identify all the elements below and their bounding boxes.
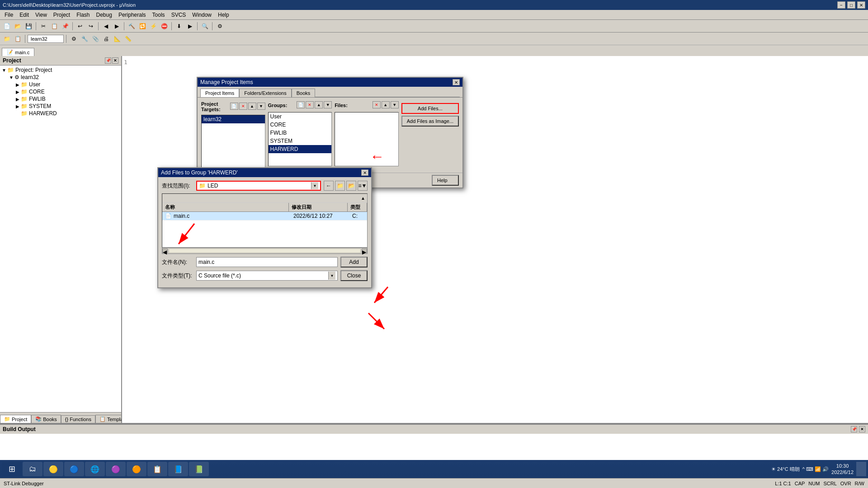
col-type-header[interactable]: 类型 xyxy=(348,203,367,211)
undo-btn[interactable]: ↩ xyxy=(75,21,85,31)
scroll-thumb[interactable] xyxy=(169,249,361,253)
t2-btn5[interactable]: 📎 xyxy=(90,34,100,44)
menu-help[interactable]: Help xyxy=(215,11,232,19)
maximize-btn[interactable]: □ xyxy=(847,1,855,9)
targets-dn-btn[interactable]: ▼ xyxy=(257,103,265,110)
targets-del-btn[interactable]: ✕ xyxy=(239,103,247,110)
open-btn[interactable]: 📂 xyxy=(13,21,23,31)
t2-btn4[interactable]: 🔧 xyxy=(80,34,90,44)
dialog-tab-project-items[interactable]: Project Items xyxy=(200,89,239,97)
sidebar-pin-btn[interactable]: 📌 xyxy=(105,57,111,64)
taskbar-app-app6[interactable]: 📗 xyxy=(189,462,209,476)
t2-btn1[interactable]: 📁 xyxy=(2,34,12,44)
menu-project[interactable]: Project xyxy=(51,11,73,19)
paste-btn[interactable]: 📌 xyxy=(60,21,70,31)
build-all-btn[interactable]: ⚡ xyxy=(148,21,158,31)
target-item-learn32[interactable]: learn32 xyxy=(202,115,265,123)
taskbar-app-edge[interactable]: 🌐 xyxy=(85,462,105,476)
tree-user[interactable]: ▶ 📁 User xyxy=(1,81,120,88)
tree-core[interactable]: ▶ 📁 CORE xyxy=(1,88,120,95)
groups-up-btn[interactable]: ▲ xyxy=(315,101,323,108)
menu-window[interactable]: Window xyxy=(189,11,214,19)
taskbar-app-yellow[interactable]: 🟡 xyxy=(43,462,63,476)
tree-system[interactable]: ▶ 📁 SYSTEM xyxy=(1,103,120,110)
groups-dn-btn[interactable]: ▼ xyxy=(324,101,332,108)
t2-btn3[interactable]: ⚙ xyxy=(69,34,79,44)
build-output-close-btn[interactable]: ✕ xyxy=(859,426,865,432)
h-scrollbar[interactable]: ◀ ▶ xyxy=(162,248,368,254)
minimize-btn[interactable]: − xyxy=(837,1,845,9)
menu-svcs[interactable]: SVCS xyxy=(169,11,189,19)
files-up-btn[interactable]: ▲ xyxy=(382,101,390,108)
help-btn[interactable]: Help xyxy=(432,175,459,186)
close-btn[interactable]: ✕ xyxy=(857,1,865,9)
sidebar-tab-books[interactable]: 📚 Books xyxy=(31,415,61,423)
add-files-as-image-btn[interactable]: Add Files as Image... xyxy=(401,116,459,127)
cut-btn[interactable]: ✂ xyxy=(38,21,48,31)
group-item-harwerd[interactable]: HARWERD xyxy=(269,145,332,153)
taskbar-app-app4[interactable]: 📋 xyxy=(147,462,167,476)
t2-btn2[interactable]: 📋 xyxy=(13,34,23,44)
sidebar-tab-functions[interactable]: {} Functions xyxy=(61,415,95,423)
menu-file[interactable]: File xyxy=(2,11,16,19)
show-desktop-btn[interactable] xyxy=(856,462,866,476)
nav-new-folder-btn[interactable]: 📂 xyxy=(346,181,356,191)
sidebar-tab-templates[interactable]: 📋 Templates xyxy=(95,415,122,423)
tree-project[interactable]: ▼ 📁 Project: Project xyxy=(1,66,120,74)
redo-btn[interactable]: ↪ xyxy=(86,21,96,31)
groups-del-btn[interactable]: ✕ xyxy=(306,101,314,108)
targets-up-btn[interactable]: ▲ xyxy=(248,103,256,110)
tree-harwerd[interactable]: 📁 HARWERD xyxy=(1,110,120,117)
taskbar-app-file-explorer[interactable]: 🗂 xyxy=(23,462,42,476)
settings-btn[interactable]: ⚙ xyxy=(215,21,225,31)
build-btn[interactable]: 🔨 xyxy=(127,21,137,31)
file-row-main-c[interactable]: 📄 main.c 2022/6/12 10:27 C: xyxy=(162,212,367,221)
tab-main-c[interactable]: 📝 main.c xyxy=(2,48,34,56)
add-dialog-btn[interactable]: Add xyxy=(340,257,368,267)
dialog-manage-close-btn[interactable]: ✕ xyxy=(453,79,460,85)
group-item-fwlib[interactable]: FWLIB xyxy=(269,129,332,137)
scroll-right-btn[interactable]: ▶ xyxy=(362,249,367,253)
download-btn[interactable]: ⬇ xyxy=(174,21,184,31)
menu-tools[interactable]: Tools xyxy=(150,11,168,19)
new-file-btn[interactable]: 📄 xyxy=(2,21,12,31)
menu-edit[interactable]: Edit xyxy=(17,11,32,19)
taskbar-app-app3[interactable]: 🟠 xyxy=(127,462,146,476)
dialog-tab-books[interactable]: Books xyxy=(292,89,316,97)
groups-new-btn[interactable]: 📄 xyxy=(297,101,305,108)
taskbar-app-app5[interactable]: 📘 xyxy=(168,462,188,476)
rebuild-btn[interactable]: 🔁 xyxy=(137,21,147,31)
tree-fwlib[interactable]: ▶ 📁 FWLIB xyxy=(1,95,120,103)
menu-view[interactable]: View xyxy=(33,11,50,19)
nav-back-btn[interactable]: ← xyxy=(324,181,334,191)
taskbar-app-app1[interactable]: 🔵 xyxy=(64,462,84,476)
filename-input[interactable] xyxy=(196,257,338,267)
col-name-header[interactable]: 名称 xyxy=(162,203,289,211)
target-name[interactable]: learn32 xyxy=(28,35,64,43)
targets-new-btn[interactable]: 📄 xyxy=(230,103,238,110)
debug-start-btn[interactable]: ▶ xyxy=(185,21,195,31)
menu-debug[interactable]: Debug xyxy=(94,11,115,19)
sidebar-close-btn[interactable]: ✕ xyxy=(112,57,118,64)
scroll-left-btn[interactable]: ◀ xyxy=(162,249,168,253)
nav-fwd-btn[interactable]: ▶ xyxy=(112,21,122,31)
nav-back-btn[interactable]: ◀ xyxy=(101,21,111,31)
menu-peripherals[interactable]: Peripherals xyxy=(116,11,149,19)
sidebar-tab-project[interactable]: 📁 Project xyxy=(0,415,31,423)
files-del-btn[interactable]: ✕ xyxy=(373,101,381,108)
search-btn[interactable]: 🔍 xyxy=(200,21,210,31)
nav-folder-up-btn[interactable]: 📁 xyxy=(335,181,345,191)
add-files-btn[interactable]: Add Files... xyxy=(401,103,459,114)
nav-view-btn[interactable]: ≡▼ xyxy=(358,181,368,191)
save-btn[interactable]: 💾 xyxy=(24,21,33,31)
t2-btn8[interactable]: 📏 xyxy=(123,34,133,44)
t2-btn7[interactable]: 📐 xyxy=(112,34,122,44)
group-item-core[interactable]: CORE xyxy=(269,121,332,129)
filetype-combo[interactable]: C Source file (*.c) ▼ xyxy=(196,271,338,281)
group-item-user[interactable]: User xyxy=(269,113,332,121)
copy-btn[interactable]: 📋 xyxy=(49,21,59,31)
tree-learn32[interactable]: ▼ ⚙ learn32 xyxy=(1,74,120,81)
menu-flash[interactable]: Flash xyxy=(74,11,92,19)
files-dn-btn[interactable]: ▼ xyxy=(391,101,399,108)
col-date-header[interactable]: 修改日期 xyxy=(289,203,348,211)
